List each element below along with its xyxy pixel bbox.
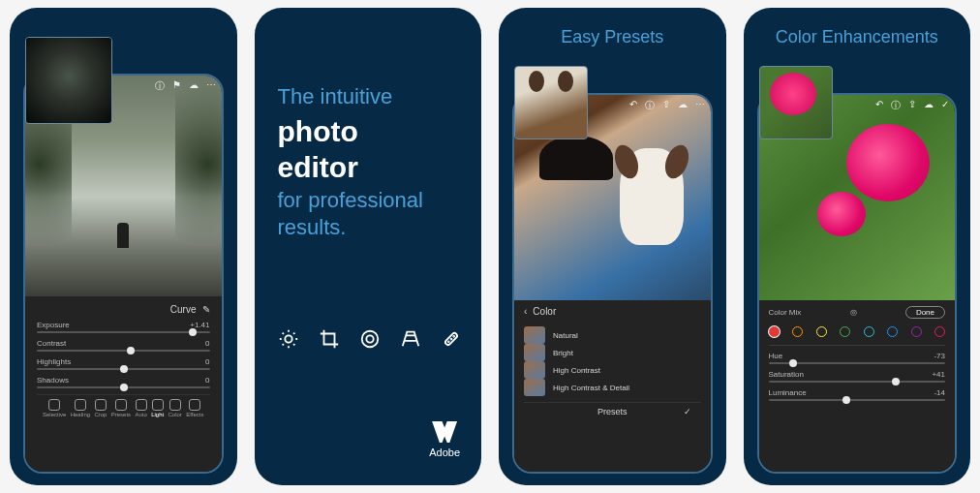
- preset-thumb: [524, 361, 545, 379]
- tool-presets[interactable]: Presets: [111, 399, 131, 417]
- slider-hue[interactable]: Hue-73: [769, 352, 946, 364]
- slider-label: Luminance: [769, 388, 807, 397]
- presets-tab[interactable]: Presets: [597, 407, 628, 416]
- svg-point-5: [450, 339, 451, 340]
- share-icon[interactable]: ⇪: [662, 99, 670, 112]
- help-icon[interactable]: ⓘ: [645, 99, 655, 112]
- help-icon[interactable]: ⓘ: [155, 79, 165, 93]
- cloud-icon[interactable]: ☁: [924, 99, 934, 112]
- slider-saturation[interactable]: Saturation+41: [769, 370, 946, 383]
- slider-value: +41: [932, 370, 945, 379]
- confirm-icon[interactable]: ✓: [941, 99, 949, 112]
- before-thumbnail[interactable]: [25, 37, 112, 124]
- svg-point-2: [366, 335, 373, 342]
- color-dot[interactable]: [887, 326, 898, 337]
- more-icon[interactable]: ⋯: [695, 99, 705, 112]
- tagline-line3: editor: [278, 151, 463, 183]
- editor-top-icons: ⓘ ⚑ ☁ ⋯: [155, 79, 216, 93]
- panel3-title: Easy Presets: [499, 27, 726, 47]
- presets-panel: ‹ Color NaturalBrightHigh ContrastHigh C…: [514, 300, 711, 472]
- cloud-icon[interactable]: ☁: [189, 79, 199, 93]
- slider-label: Highlights: [37, 357, 71, 366]
- color-dot[interactable]: [816, 326, 827, 337]
- preset-thumb: [524, 326, 545, 344]
- color-mix-label: Color Mix: [769, 308, 802, 317]
- preset-item[interactable]: Bright: [524, 344, 701, 361]
- slider-value: 0: [205, 357, 209, 366]
- tagline-line2: photo: [278, 115, 463, 147]
- back-to-color[interactable]: ‹ Color: [524, 306, 701, 317]
- more-icon[interactable]: ⋯: [206, 79, 216, 93]
- tool-light[interactable]: Light: [151, 399, 164, 417]
- edit-icon[interactable]: ✎: [202, 304, 210, 315]
- feature-icons: [278, 328, 462, 350]
- tagline-line5: results.: [278, 214, 463, 242]
- adobe-logo-icon: [432, 421, 457, 443]
- slider-label: Exposure: [37, 321, 70, 329]
- color-dot[interactable]: [769, 326, 780, 337]
- app-store-screenshots: ⓘ ⚑ ☁ ⋯ Curve ✎ Exposure+1.41 Contrast0 …: [10, 8, 970, 485]
- slider-shadows[interactable]: Shadows0: [37, 376, 210, 388]
- target-icon[interactable]: ◎: [850, 308, 857, 317]
- flag-icon[interactable]: ⚑: [172, 79, 181, 93]
- preset-label: Bright: [553, 349, 573, 357]
- undo-icon[interactable]: ↶: [875, 99, 883, 112]
- color-dot[interactable]: [934, 326, 945, 337]
- screenshot-2-marketing: The intuitive photo editor for professio…: [255, 8, 482, 485]
- share-icon[interactable]: ⇪: [908, 99, 916, 112]
- geometry-icon: [400, 328, 421, 350]
- tool-auto[interactable]: Auto: [135, 399, 146, 417]
- preset-thumb: [524, 379, 545, 396]
- tool-effects[interactable]: Effects: [186, 399, 203, 417]
- tagline-line1: The intuitive: [278, 83, 463, 111]
- tagline-line4: for professional: [278, 187, 463, 215]
- done-button[interactable]: Done: [905, 306, 945, 319]
- editor-top-icons-3: ↶ ⓘ ⇪ ☁ ⋯: [629, 99, 705, 112]
- slider-value: 0: [205, 376, 209, 385]
- screenshot-3-presets: Easy Presets ↶ ⓘ ⇪ ☁ ⋯ ‹ Color Natura: [499, 8, 726, 485]
- preset-label: High Contrast: [553, 366, 600, 375]
- screenshot-4-color: Color Enhancements ↶ ⓘ ⇪ ☁ ✓ Color Mix ◎…: [744, 8, 971, 485]
- confirm-icon[interactable]: ✓: [684, 407, 691, 416]
- tool-crop[interactable]: Crop: [94, 399, 107, 417]
- presets-footer: Presets ✓: [524, 402, 701, 420]
- slider-label: Hue: [769, 352, 783, 360]
- before-thumbnail-flower[interactable]: [759, 66, 833, 139]
- preset-item[interactable]: High Contrast & Detail: [524, 379, 701, 396]
- help-icon[interactable]: ⓘ: [891, 99, 901, 112]
- preset-thumb: [524, 344, 545, 361]
- light-controls: Curve ✎ Exposure+1.41 Contrast0 Highligh…: [25, 296, 222, 472]
- svg-point-6: [453, 336, 454, 337]
- color-selector: [769, 324, 946, 346]
- preset-item[interactable]: High Contrast: [524, 361, 701, 379]
- cloud-icon[interactable]: ☁: [678, 99, 688, 112]
- slider-value: -73: [934, 352, 945, 360]
- slider-label: Contrast: [37, 339, 66, 348]
- slider-value: 0: [205, 339, 209, 348]
- tool-selective[interactable]: Selective: [43, 399, 66, 417]
- slider-highlights[interactable]: Highlights0: [37, 357, 210, 370]
- color-dot[interactable]: [864, 326, 874, 337]
- slider-contrast[interactable]: Contrast0: [37, 339, 210, 352]
- color-dot[interactable]: [840, 326, 850, 337]
- color-dot[interactable]: [792, 326, 803, 337]
- lens-icon: [359, 328, 381, 350]
- bottom-toolbar: SelectiveHealingCropPresetsAutoLightColo…: [37, 394, 210, 419]
- before-thumbnail-dog[interactable]: [514, 66, 588, 139]
- editor-top-icons-4: ↶ ⓘ ⇪ ☁ ✓: [875, 99, 949, 112]
- tool-color[interactable]: Color: [168, 399, 182, 417]
- svg-point-4: [447, 341, 448, 342]
- slider-exposure[interactable]: Exposure+1.41: [37, 321, 210, 333]
- screenshot-1: ⓘ ⚑ ☁ ⋯ Curve ✎ Exposure+1.41 Contrast0 …: [10, 8, 237, 485]
- svg-point-1: [361, 331, 378, 348]
- tool-healing[interactable]: Healing: [71, 399, 90, 417]
- brightness-icon: [278, 328, 299, 350]
- crop-icon: [319, 328, 340, 350]
- curve-label[interactable]: Curve: [170, 304, 197, 315]
- preset-item[interactable]: Natural: [524, 326, 701, 344]
- slider-luminance[interactable]: Luminance-14: [769, 388, 946, 401]
- undo-icon[interactable]: ↶: [629, 99, 637, 112]
- color-dot[interactable]: [911, 326, 922, 337]
- phone-frame-3: ↶ ⓘ ⇪ ☁ ⋯ ‹ Color NaturalBrightHigh Cont…: [512, 93, 713, 474]
- svg-point-0: [285, 335, 291, 342]
